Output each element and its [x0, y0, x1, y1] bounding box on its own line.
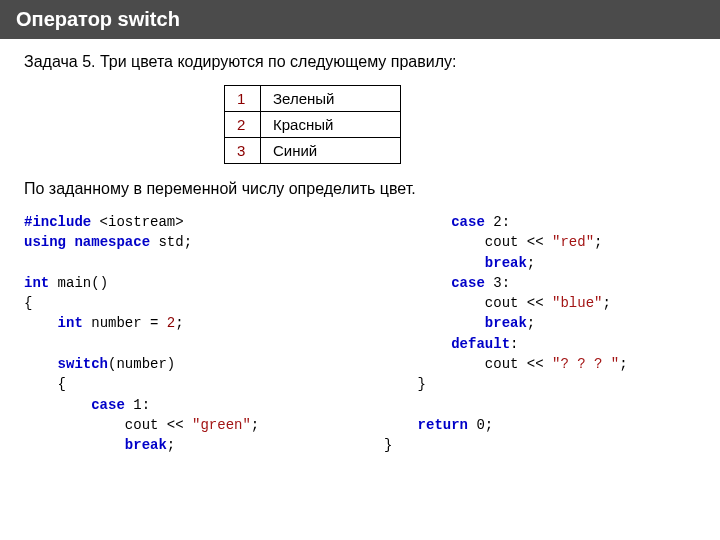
- cell-name: Красный: [261, 112, 401, 138]
- rbrace: }: [418, 376, 426, 392]
- include-lib: <iostream>: [91, 214, 183, 230]
- str-lit: "red": [552, 234, 594, 250]
- semi: ;: [594, 234, 602, 250]
- semi: ;: [619, 356, 627, 372]
- cell-code: 3: [225, 138, 261, 164]
- table-row: 3 Синий: [225, 138, 401, 164]
- table-row: 1 Зеленый: [225, 86, 401, 112]
- cout: cout <<: [125, 417, 192, 433]
- semi: ;: [602, 295, 610, 311]
- kw-case: case: [91, 397, 125, 413]
- cout: cout <<: [485, 234, 552, 250]
- colon: :: [142, 397, 150, 413]
- semi: ;: [527, 315, 535, 331]
- rbrace: }: [384, 437, 392, 453]
- color-mapping-table: 1 Зеленый 2 Красный 3 Синий: [224, 85, 401, 164]
- task-followup: По заданному в переменной числу определи…: [24, 180, 696, 198]
- semi: ;: [167, 437, 175, 453]
- cell-name: Синий: [261, 138, 401, 164]
- main: main(): [49, 275, 108, 291]
- kw-int: int: [24, 275, 49, 291]
- str-lit: "green": [192, 417, 251, 433]
- lbrace: {: [58, 376, 66, 392]
- cell-code: 1: [225, 86, 261, 112]
- cout: cout <<: [485, 356, 552, 372]
- code-left-column: #include <iostream> using namespace std;…: [24, 212, 384, 456]
- case-num: 3: [485, 275, 502, 291]
- kw-return: return: [418, 417, 468, 433]
- task-intro: Задача 5. Три цвета кодируются по следую…: [24, 53, 696, 71]
- case-num: 2: [485, 214, 502, 230]
- std: std;: [150, 234, 192, 250]
- colon: :: [510, 336, 518, 352]
- semi: ;: [251, 417, 259, 433]
- colon: :: [502, 275, 510, 291]
- num-lit: 2: [167, 315, 175, 331]
- kw-break: break: [485, 315, 527, 331]
- kw-include: #include: [24, 214, 91, 230]
- semi: ;: [527, 255, 535, 271]
- kw-switch: switch: [58, 356, 108, 372]
- kw-case: case: [451, 275, 485, 291]
- header-title: Оператор switch: [16, 8, 180, 30]
- str-lit: "? ? ? ": [552, 356, 619, 372]
- switch-arg: (number): [108, 356, 175, 372]
- code-right-column: case 2: cout << "red"; break; case 3: co…: [384, 212, 696, 456]
- cell-name: Зеленый: [261, 86, 401, 112]
- semi: ;: [485, 417, 493, 433]
- slide-header: Оператор switch: [0, 0, 720, 39]
- semi: ;: [175, 315, 183, 331]
- cout: cout <<: [485, 295, 552, 311]
- decl: number =: [83, 315, 167, 331]
- code-listing: #include <iostream> using namespace std;…: [24, 212, 696, 456]
- colon: :: [502, 214, 510, 230]
- table-row: 2 Красный: [225, 112, 401, 138]
- kw-int: int: [58, 315, 83, 331]
- kw-case: case: [451, 214, 485, 230]
- kw-default: default: [451, 336, 510, 352]
- lbrace: {: [24, 295, 32, 311]
- case-num: 1: [125, 397, 142, 413]
- ret-val: 0: [468, 417, 485, 433]
- kw-break: break: [125, 437, 167, 453]
- slide-content: Задача 5. Три цвета кодируются по следую…: [0, 39, 720, 470]
- kw-break: break: [485, 255, 527, 271]
- cell-code: 2: [225, 112, 261, 138]
- str-lit: "blue": [552, 295, 602, 311]
- kw-namespace: namespace: [74, 234, 150, 250]
- kw-using: using: [24, 234, 66, 250]
